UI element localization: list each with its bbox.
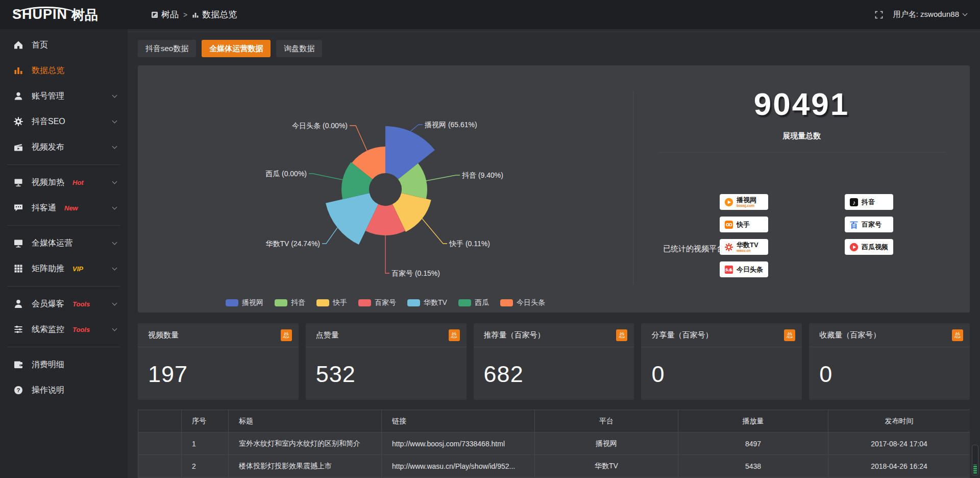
sidebar-item-consumption-detail[interactable]: 消费明细 (0, 352, 128, 377)
sidebar-item-member-baoke[interactable]: 会员爆客Tools (0, 291, 128, 317)
sidebar-item-label: 视频加热 (32, 177, 64, 188)
sidebar-item-home[interactable]: 首页 (0, 32, 128, 58)
chart-legend: 播视网 抖音 快手 百家号 华数TV 西瓜 今日头条 (138, 298, 633, 307)
cell-plays: 8497 (678, 433, 828, 455)
legend-item-kuaishou[interactable]: 快手 (316, 298, 347, 307)
tab-douyin-seo-data[interactable]: 抖音seo数据 (138, 40, 196, 57)
stat-card-title: 视频数量 (148, 330, 179, 340)
column-header: 链接 (382, 410, 535, 433)
question-icon: ? (13, 385, 23, 395)
stat-card-like-count: 点赞量 总 532 (306, 323, 467, 400)
summary-zone: 90491 展现量总数 已统计的视频平台: 播视网boosj.com 快手 华数… (633, 65, 970, 313)
cell-link[interactable]: http://www.boosj.com/7338468.html (382, 433, 535, 455)
user-icon (13, 91, 23, 101)
svg-text:百: 百 (850, 220, 857, 229)
platform-name: 西瓜视频 (862, 244, 888, 251)
fullscreen-icon[interactable] (875, 11, 883, 19)
pie-label-boosj: 播视网 (65.61%) (424, 121, 477, 129)
legend-item-douyin[interactable]: 抖音 (275, 298, 305, 307)
platforms-title: 已统计的视频平台: (663, 244, 726, 254)
legend-label: 百家号 (375, 298, 396, 307)
sidebar-divider (7, 286, 120, 286)
stat-card-title: 收藏量（百家号） (819, 330, 880, 340)
platform-badge-xigua: 西瓜视频 (845, 239, 893, 255)
legend-item-xigua[interactable]: 西瓜 (458, 298, 489, 307)
total-badge[interactable]: 总 (616, 329, 627, 341)
platform-badges-right: ♪ 抖音百 百家号 西瓜视频 (845, 194, 893, 255)
sidebar-item-data-overview[interactable]: 数据总览 (0, 58, 128, 83)
legend-item-baijiahao[interactable]: 百家号 (358, 298, 396, 307)
legend-label: 今日头条 (517, 298, 545, 307)
column-header: 标题 (229, 410, 382, 433)
legend-marker (226, 299, 238, 306)
legend-item-toutiao[interactable]: 今日头条 (500, 298, 545, 307)
cell-link[interactable]: http://www.wasu.cn/Play/show/id/952... (382, 455, 535, 477)
legend-label: 华数TV (424, 298, 447, 307)
total-badge[interactable]: 总 (281, 329, 292, 341)
legend-marker (275, 299, 287, 306)
floating-widget[interactable] (972, 445, 978, 475)
chart-icon (13, 65, 23, 76)
stat-card-share-count: 分享量（百家号） 总 0 (641, 323, 802, 400)
sidebar-item-matrix-boost[interactable]: 矩阵助推VIP (0, 256, 128, 281)
chevron-down-icon (112, 266, 117, 271)
sidebar-item-label: 首页 (32, 40, 48, 51)
user-menu[interactable]: 用户名: zswodun88 (893, 10, 967, 19)
sidebar-item-account-management[interactable]: 账号管理 (0, 83, 128, 109)
douyin-logo-icon: ♪ (849, 198, 859, 207)
pie-label-toutiao: 今日头条 (0.00%) (292, 122, 348, 130)
chevron-down-icon (112, 301, 117, 306)
tab-inquiry-data[interactable]: 询盘数据 (276, 40, 322, 57)
chat-icon (13, 203, 23, 213)
sidebar-item-douketong[interactable]: 抖客通New (0, 195, 128, 221)
breadcrumb-item-data-overview[interactable]: 数据总览 (192, 9, 237, 20)
pie-chart: 播视网 (65.61%)抖音 (9.40%)快手 (0.11%)百家号 (0.1… (138, 65, 633, 313)
cell-index: 2 (182, 455, 229, 477)
cell-platform: 播视网 (535, 433, 678, 455)
screen-icon (13, 177, 23, 187)
total-badge[interactable]: 总 (784, 329, 795, 341)
sidebar-item-lead-monitor[interactable]: 线索监控Tools (0, 317, 128, 342)
legend-item-wasu-tv[interactable]: 华数TV (407, 298, 447, 307)
stat-cards-row: 视频数量 总 197 点赞量 总 532 推荐量（百家号） 总 682 分享量（… (138, 323, 970, 400)
doc-icon (151, 11, 158, 18)
sidebar-divider (7, 347, 120, 347)
chevron-down-icon (112, 205, 117, 210)
cell-title[interactable]: 室外水纹灯和室内水纹灯的区别和简介 (229, 433, 382, 455)
sidebar-item-video-publish[interactable]: 视频发布 (0, 134, 128, 160)
tab-omnimedia-data[interactable]: 全媒体运营数据 (202, 40, 271, 57)
legend-item-boosj[interactable]: 播视网 (226, 298, 263, 307)
legend-label: 西瓜 (475, 298, 489, 307)
table-row: 2 楼体投影灯投影效果震撼上市 http://www.wasu.cn/Play/… (138, 455, 970, 477)
breadcrumb-label: 树品 (161, 9, 179, 20)
platform-badge-toutiao: 头条 今日头条 (720, 261, 768, 277)
total-badge[interactable]: 总 (449, 329, 460, 341)
pie-label-kuaishou: 快手 (0.11%) (449, 240, 490, 248)
total-badge[interactable]: 总 (952, 329, 963, 341)
chevron-down-icon (112, 179, 117, 184)
cell-title[interactable]: 楼体投影灯投影效果震撼上市 (229, 455, 382, 477)
legend-marker (407, 299, 420, 306)
pie-label-line-douyin (426, 175, 460, 181)
pie-slice-wasu-tv[interactable] (326, 193, 378, 245)
stat-card-title: 点赞量 (316, 330, 339, 340)
total-impressions-label: 展现量总数 (633, 131, 970, 141)
sidebar-item-douyin-seo[interactable]: 抖音SEO (0, 109, 128, 134)
sidebar-badge-member-baoke: Tools (72, 300, 90, 308)
breadcrumb-label: 数据总览 (202, 9, 237, 20)
cell-platform: 华数TV (535, 455, 678, 477)
pie-label-line-boosj (409, 125, 423, 132)
chart-panel: 播视网 (65.61%)抖音 (9.40%)快手 (0.11%)百家号 (0.1… (138, 65, 970, 313)
pie-label-line-wasu-tv (322, 228, 337, 244)
sidebar-item-video-heat[interactable]: 视频加热Hot (0, 170, 128, 195)
sidebar-badge-lead-monitor: Tools (72, 326, 90, 333)
breadcrumb-item-shupin[interactable]: 树品 (151, 9, 179, 20)
platform-badge-boosj: 播视网boosj.com (720, 194, 768, 210)
legend-marker (358, 299, 371, 306)
platform-name: 百家号 (862, 221, 881, 228)
app-logo: SHUPIN 树品 (0, 8, 128, 21)
legend-label: 播视网 (242, 298, 263, 307)
sidebar-item-operation-guide[interactable]: ?操作说明 (0, 377, 128, 403)
sidebar-item-omnimedia-operation[interactable]: 全媒体运营 (0, 230, 128, 256)
sidebar-badge-douketong: New (64, 204, 78, 212)
